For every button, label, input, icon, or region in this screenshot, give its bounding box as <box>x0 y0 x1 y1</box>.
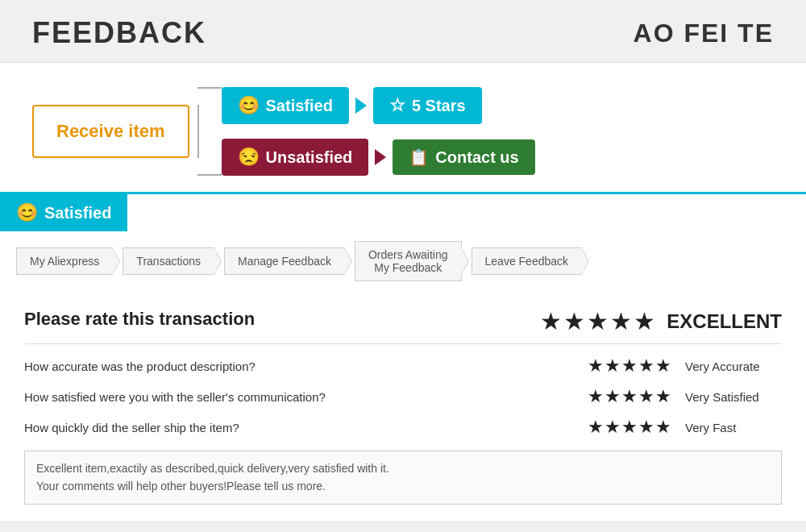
satisfied-label: Satisfied <box>266 97 333 115</box>
tab-bar-row: 😊 Satisfied <box>0 192 806 231</box>
unsatisfied-smiley-icon: 😒 <box>238 147 260 168</box>
nav-item-my-aliexpress-label: My Aliexpress <box>30 255 99 268</box>
unsatisfied-button[interactable]: 😒 Unsatisfied <box>222 139 369 176</box>
brand-name: AO FEI TE <box>634 19 774 48</box>
star-icon: ☆ <box>389 95 405 116</box>
satisfied-arrow-icon <box>355 98 367 114</box>
nav-item-leave-feedback[interactable]: Leave Feedback <box>472 247 583 275</box>
rating-question-1: How satisfied were you with the seller's… <box>24 390 567 404</box>
satisfied-smiley-icon: 😊 <box>238 95 260 116</box>
nav-item-transactions-label: Transactions <box>136 255 201 268</box>
satisfied-button[interactable]: 😊 Satisfied <box>222 87 349 124</box>
rating-label-0: Very Accurate <box>685 360 782 373</box>
rating-row-1: How satisfied were you with the seller's… <box>24 381 782 412</box>
nav-item-manage-feedback-label: Manage Feedback <box>238 255 331 268</box>
flow-options: 😊 Satisfied ☆ 5 Stars 😒 Unsatisfied 📋 <box>222 87 535 176</box>
nav-item-my-aliexpress[interactable]: My Aliexpress <box>16 247 113 275</box>
rating-row-2: How quickly did the seller ship the item… <box>24 412 782 443</box>
rating-section: Please rate this transaction ★★★★★ EXCEL… <box>0 291 806 521</box>
overall-rating: ★★★★★ EXCELLENT <box>540 307 782 335</box>
nav-item-orders-awaiting-label: Orders AwaitingMy Feedback <box>368 248 448 274</box>
nav-item-orders-awaiting[interactable]: Orders AwaitingMy Feedback <box>355 241 462 281</box>
rating-question-0: How accurate was the product description… <box>24 360 567 373</box>
unsatisfied-arrow-icon <box>375 149 386 165</box>
divider-1 <box>24 343 782 344</box>
satisfied-tab-smiley-icon: 😊 <box>16 202 38 223</box>
satisfied-row: 😊 Satisfied ☆ 5 Stars <box>222 87 535 124</box>
rating-label-2: Very Fast <box>685 421 782 434</box>
receive-item-box: Receive item <box>32 105 189 158</box>
rating-label-1: Very Satisfied <box>685 390 782 404</box>
contact-icon: 📋 <box>409 148 429 167</box>
rating-header-row: Please rate this transaction ★★★★★ EXCEL… <box>24 307 782 335</box>
nav-item-manage-feedback[interactable]: Manage Feedback <box>224 247 345 275</box>
comment-box: Excellent item,exactily as described,qui… <box>24 451 782 505</box>
rating-stars-1: ★★★★★ <box>567 386 672 407</box>
nav-item-transactions[interactable]: Transactions <box>123 247 214 275</box>
unsatisfied-row: 😒 Unsatisfied 📋 Contact us <box>222 139 535 176</box>
five-stars-label: 5 Stars <box>412 97 466 115</box>
flow-line-bottom <box>197 174 222 176</box>
flow-connector <box>197 87 222 176</box>
comment-text: Excellent item,exactily as described,qui… <box>36 462 389 493</box>
five-stars-button[interactable]: ☆ 5 Stars <box>373 87 482 124</box>
excellent-label: EXCELLENT <box>667 310 782 333</box>
nav-item-leave-feedback-label: Leave Feedback <box>485 255 569 268</box>
satisfied-tab-label: Satisfied <box>44 204 111 222</box>
rating-row-0: How accurate was the product description… <box>24 351 782 381</box>
unsatisfied-label: Unsatisfied <box>266 148 353 167</box>
rating-question-2: How quickly did the seller ship the item… <box>24 421 567 434</box>
satisfied-tab[interactable]: 😊 Satisfied <box>0 194 127 231</box>
overall-stars: ★★★★★ <box>540 307 657 335</box>
contact-us-button[interactable]: 📋 Contact us <box>393 139 534 175</box>
flow-diagram: Receive item 😊 Satisfied ☆ 5 Stars <box>0 63 806 192</box>
header: FEEDBACK AO FEI TE <box>0 0 806 63</box>
rating-stars-0: ★★★★★ <box>567 355 672 376</box>
flow-line-top <box>197 87 222 89</box>
contact-label: Contact us <box>435 148 518 167</box>
main-content: Receive item 😊 Satisfied ☆ 5 Stars <box>0 63 806 521</box>
nav-breadcrumb: My Aliexpress Transactions Manage Feedba… <box>0 231 806 291</box>
page-title: FEEDBACK <box>32 16 206 50</box>
rating-stars-2: ★★★★★ <box>567 417 672 438</box>
rating-title: Please rate this transaction <box>24 309 255 330</box>
